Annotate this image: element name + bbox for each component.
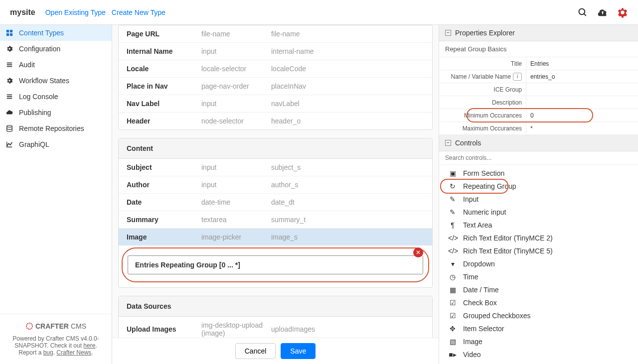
control-form-section[interactable]: ▣Form Section [439,167,638,180]
dropdown-icon: ▾ [448,260,457,268]
property-value[interactable]: Entries [526,57,638,70]
open-existing-link[interactable]: Open Existing Type [45,8,106,16]
checkbox-icon: ☑ [448,312,457,320]
control-numeric-input[interactable]: ✎Numeric input [439,206,638,219]
create-new-link[interactable]: Create New Type [112,8,165,16]
property-row[interactable]: Minimum Occurances0 [439,109,638,122]
repeating-group-field[interactable]: Entries Repeating Group [0 ... *] [128,255,423,274]
control-input[interactable]: ✎Input [439,193,638,206]
sidebar-item-remote-repositories[interactable]: Remote Repositories [0,121,112,136]
section-header-content: Content [119,138,432,159]
news-link[interactable]: Crafter News [56,349,91,356]
control-label: Input [463,195,478,203]
control-label: Repeating Group [463,182,516,190]
checkbox-icon: ☑ [448,299,457,307]
property-value[interactable]: * [526,122,638,134]
field-row[interactable]: Authorinputauthor_s [119,176,432,194]
control-date-time[interactable]: ▦Date / Time [439,283,638,296]
content-section: Content Subjectinputsubject_sAuthorinput… [118,138,433,288]
control-transcoded-video[interactable]: ■▸Transcoded Video [439,361,638,364]
field-row[interactable]: Datedate-timedate_dt [119,194,432,211]
topbar: mysite Open Existing Type Create New Typ… [0,0,638,25]
collapse-icon[interactable]: − [445,30,451,36]
field-varname: internal-name [271,47,314,55]
property-label: Minimum Occurances [439,109,526,121]
sidebar-item-publishing[interactable]: Publishing [0,105,112,121]
search-icon[interactable] [577,7,588,18]
property-row[interactable]: Description [439,96,638,109]
controls-header[interactable]: − Controls [439,135,638,151]
sidebar-item-workflow-states[interactable]: Workflow States [0,73,112,89]
info-icon[interactable]: i [513,73,522,81]
control-repeating-group[interactable]: ↻Repeating Group [439,180,638,193]
here-link[interactable]: here [83,342,95,349]
property-value[interactable] [526,83,638,96]
nav-label: Audit [19,61,35,69]
field-row[interactable]: Internal Nameinputinternal-name [119,43,432,60]
cancel-button[interactable]: Cancel [235,343,276,359]
property-value[interactable]: 0 [526,109,638,121]
video-icon: ■▸ [448,351,457,359]
control-video[interactable]: ■▸Video [439,348,638,361]
field-label: Upload Images [127,325,201,333]
control-rich-text-editor-tinymce-2-[interactable]: </>Rich Text Editor (TinyMCE 2) [439,232,638,244]
field-varname: summary_t [271,216,306,224]
field-row[interactable]: Imageimage-pickerimage_s [119,229,432,245]
control-label: Numeric input [463,208,506,216]
sidebar-item-graphiql[interactable]: GraphiQL [0,136,112,152]
field-label: Locale [127,65,201,73]
field-varname: image_s [271,233,298,241]
field-label: Header [127,117,201,125]
property-label: Title [439,57,526,70]
field-row[interactable]: Page URLfile-namefile-name [119,25,432,43]
control-dropdown[interactable]: ▾Dropdown [439,257,638,270]
field-label: Internal Name [127,47,201,55]
crafter-logo-icon[interactable] [617,7,628,18]
control-image[interactable]: ▧Image [439,335,638,348]
sidebar-item-content-types[interactable]: Content Types [0,25,112,41]
search-controls-input[interactable] [439,151,638,165]
control-grouped-checkboxes[interactable]: ☑Grouped Checkboxes [439,309,638,322]
sidebar: Content TypesConfigurationAuditWorkflow … [0,25,112,364]
code-icon: </> [448,234,457,242]
property-value[interactable] [526,96,638,109]
field-row[interactable]: Localelocale-selectorlocaleCode [119,60,432,78]
save-button[interactable]: Save [281,343,316,359]
control-label: Rich Text Editor (TinyMCE 2) [463,234,553,242]
property-row[interactable]: Name / Variable Nameientries_o [439,70,638,83]
control-text-area[interactable]: ¶Text Area [439,219,638,232]
delete-icon[interactable]: ✕ [413,247,423,257]
code-icon: </> [448,247,457,255]
property-row[interactable]: ICE Group [439,83,638,96]
control-rich-text-editor-tinymce-5-[interactable]: </>Rich Text Editor (TinyMCE 5) [439,244,638,257]
property-row[interactable]: TitleEntries [439,57,638,70]
field-row[interactable]: Headernode-selectorheader_o [119,113,432,129]
sidebar-item-configuration[interactable]: Configuration [0,41,112,57]
collapse-icon[interactable]: − [445,140,451,146]
cloud-upload-icon[interactable] [597,7,608,18]
repeating-group-highlight: ✕ Entries Repeating Group [0 ... *] [122,247,429,282]
svg-line-1 [584,13,586,15]
property-label: Maximum Occurances [439,122,526,134]
field-label: Page URL [127,30,201,38]
control-check-box[interactable]: ☑Check Box [439,296,638,309]
svg-rect-3 [10,30,12,32]
control-label: Time [463,273,478,281]
control-label: Form Section [463,169,504,177]
property-label: Name / Variable Namei [439,70,526,83]
sidebar-item-audit[interactable]: Audit [0,57,112,73]
control-label: Item Selector [463,325,504,333]
control-time[interactable]: ◷Time [439,270,638,283]
field-row[interactable]: Subjectinputsubject_s [119,159,432,176]
section-icon: ▣ [448,169,457,177]
field-row[interactable]: Nav LabelinputnavLabel [119,95,432,113]
field-row[interactable]: Place in Navpage-nav-orderplaceInNav [119,78,432,95]
bug-link[interactable]: bug [43,349,53,356]
control-item-selector[interactable]: ✥Item Selector [439,322,638,335]
input-icon: ✎ [448,195,457,203]
field-row[interactable]: Summarytextareasummary_t [119,211,432,229]
property-row[interactable]: Maximum Occurances* [439,122,638,135]
property-value[interactable]: entries_o [526,70,638,83]
sidebar-item-log-console[interactable]: Log Console [0,89,112,105]
properties-header[interactable]: − Properties Explorer [439,25,638,41]
